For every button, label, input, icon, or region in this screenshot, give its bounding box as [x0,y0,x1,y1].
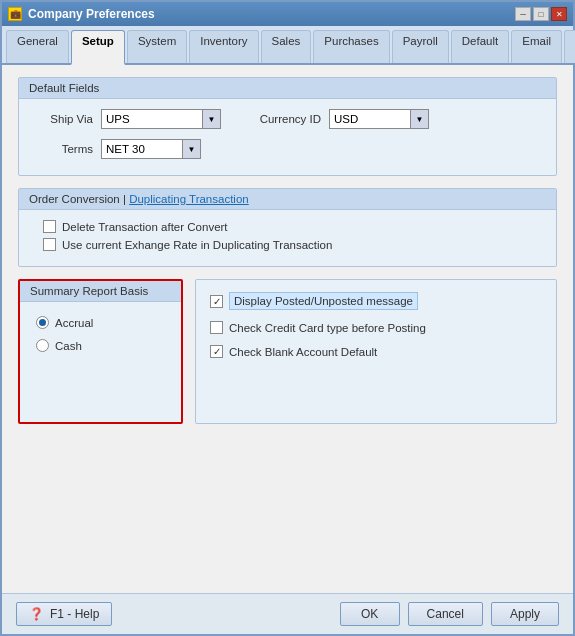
accrual-label: Accrual [55,317,93,329]
credit-card-row: Check Credit Card type before Posting [210,321,542,334]
terms-value: NET 30 [102,141,182,157]
summary-report-title: Summary Report Basis [30,285,148,297]
order-conversion-title2[interactable]: Duplicating Transaction [129,193,249,205]
default-fields-section: Default Fields Ship Via UPS ▼ Currency I… [18,77,557,176]
terms-row: Terms NET 30 ▼ [33,139,542,159]
apply-button[interactable]: Apply [491,602,559,626]
order-conversion-body: Delete Transaction after Convert Use cur… [19,210,556,266]
minimize-button[interactable]: ─ [515,7,531,21]
tab-purchases[interactable]: Purchases [313,30,389,63]
delete-transaction-row: Delete Transaction after Convert [33,220,542,233]
blank-account-checkbox[interactable] [210,345,223,358]
bottom-section: Summary Report Basis Accrual Cash [18,279,557,424]
currency-row: Currency ID USD ▼ [241,109,429,129]
exchange-rate-row: Use current Exhange Rate in Duplicating … [33,238,542,251]
footer-right: OK Cancel Apply [340,602,559,626]
help-icon: ❓ [29,607,44,621]
content-area: Default Fields Ship Via UPS ▼ Currency I… [2,65,573,593]
footer-left: ❓ F1 - Help [16,602,112,626]
tab-default[interactable]: Default [451,30,509,63]
accrual-row: Accrual [36,316,165,329]
blank-account-row: Check Blank Account Default [210,345,542,358]
ok-button[interactable]: OK [340,602,400,626]
main-window: 💼 Company Preferences ─ □ ✕ General Setu… [0,0,575,636]
ship-via-dropdown-arrow[interactable]: ▼ [202,110,220,128]
cancel-button[interactable]: Cancel [408,602,483,626]
tab-setup[interactable]: Setup [71,30,125,65]
order-conversion-header: Order Conversion | Duplicating Transacti… [19,189,556,210]
display-posted-row: Display Posted/Unposted message [210,292,542,310]
order-conversion-section: Order Conversion | Duplicating Transacti… [18,188,557,267]
spacer [18,436,557,581]
tab-general[interactable]: General [6,30,69,63]
exchange-rate-checkbox[interactable] [43,238,56,251]
summary-report-panel: Summary Report Basis Accrual Cash [18,279,183,424]
display-posted-label: Display Posted/Unposted message [229,292,418,310]
options-panel: Display Posted/Unposted message Check Cr… [195,279,557,424]
tab-bar: General Setup System Inventory Sales Pur… [2,26,573,65]
terms-dropdown-arrow[interactable]: ▼ [182,140,200,158]
cash-label: Cash [55,340,82,352]
tab-addons[interactable]: Add-Ons [564,30,575,63]
footer: ❓ F1 - Help OK Cancel Apply [2,593,573,634]
default-fields-rows: Ship Via UPS ▼ Currency ID USD ▼ [33,109,542,135]
credit-card-label: Check Credit Card type before Posting [229,322,426,334]
window-icon: 💼 [8,7,22,21]
tab-email[interactable]: Email [511,30,562,63]
tab-sales[interactable]: Sales [261,30,312,63]
window-title: Company Preferences [28,7,155,21]
display-posted-checkbox[interactable] [210,295,223,308]
currency-select[interactable]: USD ▼ [329,109,429,129]
currency-value: USD [330,111,410,127]
tab-inventory[interactable]: Inventory [189,30,258,63]
cash-row: Cash [36,339,165,352]
delete-transaction-label: Delete Transaction after Convert [62,221,228,233]
currency-label: Currency ID [241,113,321,125]
ship-via-label: Ship Via [33,113,93,125]
help-button[interactable]: ❓ F1 - Help [16,602,112,626]
terms-select[interactable]: NET 30 ▼ [101,139,201,159]
accrual-radio[interactable] [36,316,49,329]
ship-via-value: UPS [102,111,202,127]
summary-report-header: Summary Report Basis [20,281,181,302]
help-label: F1 - Help [50,607,99,621]
maximize-button[interactable]: □ [533,7,549,21]
delete-transaction-checkbox[interactable] [43,220,56,233]
terms-label: Terms [33,143,93,155]
ship-via-row: Ship Via UPS ▼ [33,109,221,129]
credit-card-checkbox[interactable] [210,321,223,334]
exchange-rate-label: Use current Exhange Rate in Duplicating … [62,239,332,251]
window-controls: ─ □ ✕ [515,7,567,21]
title-bar-left: 💼 Company Preferences [8,7,155,21]
default-fields-title: Default Fields [29,82,99,94]
title-bar: 💼 Company Preferences ─ □ ✕ [2,2,573,26]
options-body: Display Posted/Unposted message Check Cr… [196,280,556,375]
currency-dropdown-arrow[interactable]: ▼ [410,110,428,128]
tab-payroll[interactable]: Payroll [392,30,449,63]
blank-account-label: Check Blank Account Default [229,346,377,358]
ship-via-select[interactable]: UPS ▼ [101,109,221,129]
default-fields-body: Ship Via UPS ▼ Currency ID USD ▼ [19,99,556,175]
close-button[interactable]: ✕ [551,7,567,21]
cash-radio[interactable] [36,339,49,352]
tab-system[interactable]: System [127,30,187,63]
order-conversion-title1: Order Conversion [29,193,120,205]
summary-report-body: Accrual Cash [20,302,181,366]
default-fields-header: Default Fields [19,78,556,99]
